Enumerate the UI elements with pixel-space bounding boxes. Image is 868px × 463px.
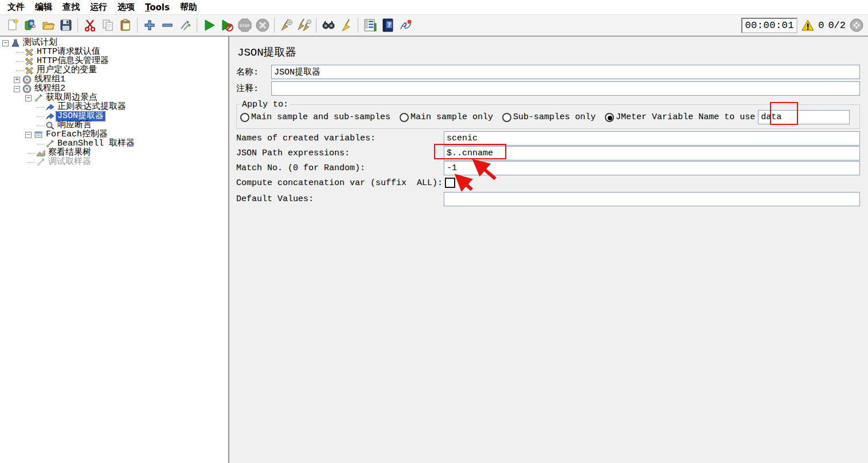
content-split: − 测试计划 HTTP请求默认值 HTTP信息头管理器 用户定义的变量 + xyxy=(0,36,868,463)
templates-icon[interactable] xyxy=(21,17,39,34)
tree-item-user-defined-variables[interactable]: 用户定义的变量 xyxy=(0,66,228,75)
radio-jmeter-variable[interactable] xyxy=(605,113,614,122)
tree-item-beanshell-sampler[interactable]: BeanShell 取样器 xyxy=(0,139,228,148)
comment-input[interactable] xyxy=(271,81,860,96)
tree-connector xyxy=(37,107,45,108)
thread-group-icon xyxy=(22,84,32,93)
paste-icon[interactable] xyxy=(116,17,134,34)
tree-item-label[interactable]: HTTP信息头管理器 xyxy=(36,57,110,66)
tree-item-label[interactable]: 用户定义的变量 xyxy=(36,66,98,75)
radio-label[interactable]: Sub-samples only xyxy=(513,112,596,122)
jmeter-variable-name-input[interactable] xyxy=(758,110,850,124)
tree-item-label[interactable]: ForEach控制器 xyxy=(45,130,109,139)
menu-tools[interactable]: Tools xyxy=(140,1,175,14)
search-icon[interactable] xyxy=(319,17,337,34)
tree-item-debug-sampler[interactable]: 调试取样器 xyxy=(0,158,228,167)
menu-help[interactable]: 帮助 xyxy=(175,1,202,14)
copy-icon[interactable] xyxy=(99,17,116,34)
start-icon[interactable] xyxy=(200,17,218,34)
name-input[interactable] xyxy=(271,65,860,79)
collapse-toggle-icon[interactable]: − xyxy=(25,95,32,101)
comment-label: 注释: xyxy=(236,83,271,94)
open-file-icon[interactable] xyxy=(39,17,57,34)
toolbar-separator xyxy=(77,18,78,33)
toolbar-separator xyxy=(197,18,197,33)
jmeter-window: 文件 编辑 查找 运行 选项 Tools 帮助 xyxy=(0,0,868,463)
tree-item-label[interactable]: 察看结果树 xyxy=(47,148,92,158)
radio-label[interactable]: JMeter Variable Name to use xyxy=(616,112,755,122)
tree-connector xyxy=(16,61,24,62)
help-icon[interactable]: ? xyxy=(379,17,397,34)
menu-run[interactable]: 运行 xyxy=(85,1,112,14)
tree-item-thread-group-1[interactable]: + 线程组1 xyxy=(0,75,228,84)
radio-main-sample-only[interactable] xyxy=(400,113,409,122)
cut-icon[interactable] xyxy=(81,17,99,34)
collapse-all-icon[interactable] xyxy=(158,17,176,34)
assertion-magnifier-icon xyxy=(45,121,54,130)
links-icon[interactable] xyxy=(397,17,415,34)
radio-label[interactable]: Main sample only xyxy=(410,112,493,122)
toggle-icon[interactable] xyxy=(176,17,194,34)
collapse-toggle-icon[interactable]: − xyxy=(25,132,32,138)
config-element-icon xyxy=(24,57,34,66)
test-plan-tree: − 测试计划 HTTP请求默认值 HTTP信息头管理器 用户定义的变量 + xyxy=(0,37,229,463)
radio-sub-samples-only[interactable] xyxy=(502,113,511,122)
tree-item-label[interactable]: 线程组1 xyxy=(33,75,67,84)
function-helper-icon[interactable] xyxy=(361,17,379,34)
concat-checkbox[interactable] xyxy=(445,178,455,188)
tree-item-http-defaults[interactable]: HTTP请求默认值 xyxy=(0,48,228,57)
reset-search-icon[interactable] xyxy=(337,17,355,34)
tree-item-label[interactable]: 线程组2 xyxy=(33,84,67,93)
tree-item-regex-extractor[interactable]: 正则表达式提取器 xyxy=(0,103,228,112)
expand-toggle-icon[interactable]: + xyxy=(14,77,20,83)
clear-all-icon[interactable] xyxy=(295,17,313,34)
menu-search[interactable]: 查找 xyxy=(57,1,85,14)
concat-label: Compute concatenation var (suffix ALL): xyxy=(236,178,443,188)
tree-item-label[interactable]: 响应断言 xyxy=(56,121,93,130)
thread-group-icon xyxy=(22,75,32,84)
tree-item-label[interactable]: 测试计划 xyxy=(22,38,58,48)
log-error-count: 0 xyxy=(818,20,824,31)
tree-item-label[interactable]: JSON提取器 xyxy=(56,112,105,121)
tree-item-label[interactable]: HTTP请求默认值 xyxy=(36,48,101,57)
warning-icon[interactable] xyxy=(801,19,814,31)
tree-item-label[interactable]: 正则表达式提取器 xyxy=(56,103,127,112)
tree-item-label[interactable]: BeanShell 取样器 xyxy=(56,139,136,148)
tree-item-view-results-tree[interactable]: 察看结果树 xyxy=(0,148,228,158)
collapse-toggle-icon[interactable]: − xyxy=(14,86,20,92)
collapse-toggle-icon[interactable]: − xyxy=(2,40,9,46)
toolbar-separator xyxy=(137,18,138,33)
menu-edit[interactable]: 编辑 xyxy=(30,1,57,14)
radio-label[interactable]: Main sample and sub-samples xyxy=(251,112,390,122)
save-icon[interactable] xyxy=(57,17,75,34)
tree-connector xyxy=(37,144,45,144)
tree-item-test-plan[interactable]: − 测试计划 xyxy=(0,38,228,48)
tree-item-foreach-controller[interactable]: − ForEach控制器 xyxy=(0,130,228,139)
shutdown-icon xyxy=(253,17,271,34)
json-path-input[interactable] xyxy=(444,146,860,160)
start-no-timers-icon[interactable] xyxy=(218,17,236,34)
elapsed-timer: 00:00:01 xyxy=(741,18,797,33)
menu-options[interactable]: 选项 xyxy=(112,1,140,14)
concat-row: Compute concatenation var (suffix ALL): xyxy=(236,175,860,190)
config-element-icon xyxy=(24,66,34,75)
toolbar-separator xyxy=(316,18,316,33)
toolbar-status-area: 00:00:01 0 0/2 xyxy=(741,18,865,33)
tree-item-response-assertion[interactable]: 响应断言 xyxy=(0,121,228,130)
variable-names-input[interactable] xyxy=(444,131,860,146)
tree-item-label[interactable]: 获取周边景点 xyxy=(45,93,99,103)
clear-icon[interactable] xyxy=(277,17,295,34)
menu-file[interactable]: 文件 xyxy=(2,1,30,14)
active-threads-count: 0/2 xyxy=(828,20,846,31)
tree-item-thread-group-2[interactable]: − 线程组2 xyxy=(0,84,228,93)
panel-title: JSON提取器 xyxy=(236,37,860,65)
tree-item-label[interactable]: 调试取样器 xyxy=(47,158,92,167)
match-no-input[interactable] xyxy=(444,161,860,175)
tree-item-http-request[interactable]: − 获取周边景点 xyxy=(0,93,228,103)
tree-item-json-extractor[interactable]: JSON提取器 xyxy=(0,112,228,121)
expand-all-icon[interactable] xyxy=(140,17,158,34)
tree-item-http-header-manager[interactable]: HTTP信息头管理器 xyxy=(0,57,228,66)
default-values-input[interactable] xyxy=(444,192,860,206)
new-file-icon[interactable] xyxy=(3,17,21,34)
radio-main-and-sub-samples[interactable] xyxy=(240,113,249,122)
